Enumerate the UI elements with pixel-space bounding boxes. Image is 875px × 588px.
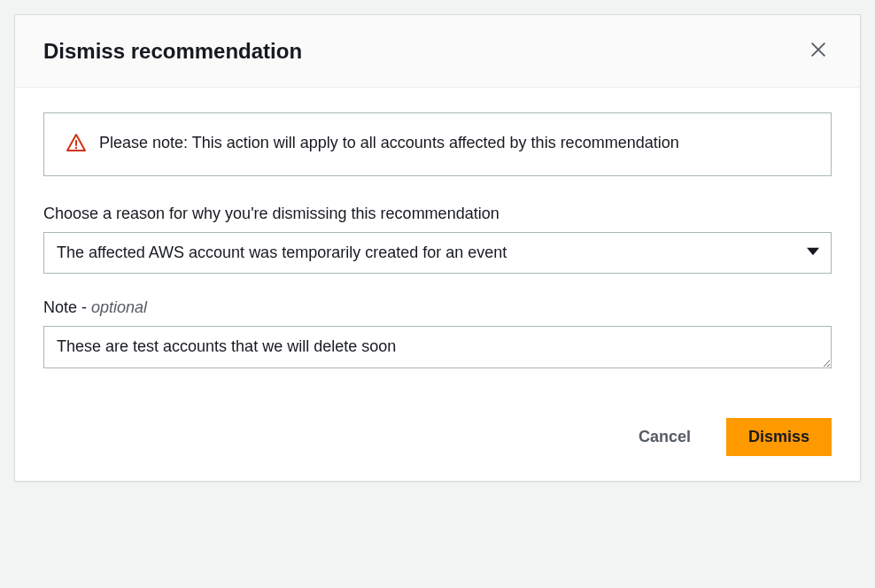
note-label: Note - optional bbox=[43, 298, 832, 317]
note-label-main: Note bbox=[43, 298, 77, 316]
modal-body: Please note: This action will apply to a… bbox=[15, 88, 860, 400]
modal-title: Dismiss recommendation bbox=[43, 39, 302, 64]
reason-select[interactable]: The affected AWS account was temporarily… bbox=[43, 232, 832, 274]
modal-footer: Cancel Dismiss bbox=[15, 400, 860, 481]
note-textarea[interactable] bbox=[43, 326, 832, 368]
modal-header: Dismiss recommendation bbox=[15, 15, 860, 88]
note-label-optional: optional bbox=[91, 298, 147, 316]
warning-text: Please note: This action will apply to a… bbox=[99, 131, 679, 155]
warning-icon bbox=[66, 133, 87, 158]
svg-point-3 bbox=[75, 147, 77, 149]
dismiss-recommendation-modal: Dismiss recommendation Please note: This… bbox=[14, 14, 861, 482]
warning-alert: Please note: This action will apply to a… bbox=[43, 112, 832, 176]
close-button[interactable] bbox=[805, 36, 832, 66]
reason-select-wrapper: The affected AWS account was temporarily… bbox=[43, 232, 832, 274]
reason-label: Choose a reason for why you're dismissin… bbox=[43, 205, 832, 223]
cancel-button[interactable]: Cancel bbox=[617, 418, 712, 456]
dismiss-button[interactable]: Dismiss bbox=[726, 418, 832, 456]
close-icon bbox=[809, 40, 828, 62]
note-wrapper bbox=[43, 326, 832, 372]
note-label-dash: - bbox=[77, 298, 91, 316]
